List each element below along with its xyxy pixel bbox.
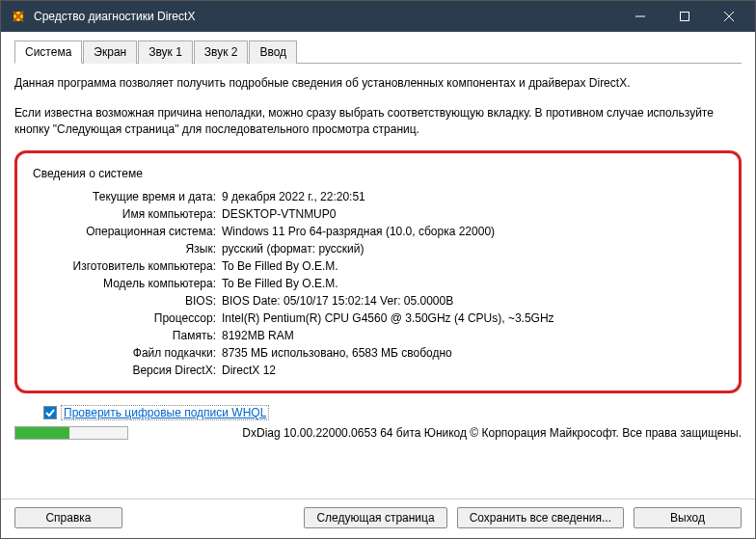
window-controls [618, 1, 751, 32]
row-bios: BIOS: BIOS Date: 05/10/17 15:02:14 Ver: … [33, 294, 723, 308]
maximize-button[interactable] [662, 1, 707, 32]
group-title: Сведения о системе [33, 167, 723, 180]
status-text: DxDiag 10.00.22000.0653 64 бита Юникод ©… [136, 426, 742, 440]
label-model: Модель компьютера: [33, 277, 222, 290]
label-lang: Язык: [33, 242, 222, 256]
row-manufacturer: Изготовитель компьютера: To Be Filled By… [33, 259, 723, 273]
value-datetime: 9 декабря 2022 г., 22:20:51 [222, 190, 723, 203]
minimize-button[interactable] [618, 1, 662, 32]
label-datetime: Текущие время и дата: [33, 190, 222, 203]
close-button[interactable] [707, 1, 751, 32]
label-ram: Память: [33, 329, 222, 342]
tab-system[interactable]: Система [14, 40, 82, 64]
dxdiag-icon [11, 9, 26, 24]
label-computer: Имя компьютера: [33, 207, 222, 221]
row-lang: Язык: русский (формат: русский) [33, 242, 723, 256]
label-os: Операционная система: [33, 225, 222, 238]
titlebar: Средство диагностики DirectX [1, 1, 755, 32]
tab-sound1[interactable]: Звук 1 [138, 40, 193, 64]
value-dx: DirectX 12 [222, 364, 723, 377]
dxdiag-window: Средство диагностики DirectX Система Экр… [0, 0, 756, 539]
row-pagefile: Файл подкачки: 8735 МБ использовано, 658… [33, 346, 723, 360]
progress-fill [15, 427, 69, 439]
help-button[interactable]: Справка [14, 507, 122, 528]
intro-text: Данная программа позволяет получить подр… [14, 75, 742, 150]
intro-p2: Если известна возможная причина неполадк… [14, 105, 742, 138]
label-bios: BIOS: [33, 294, 222, 308]
svg-rect-2 [681, 13, 689, 21]
value-os: Windows 11 Pro 64-разрядная (10.0, сборк… [222, 225, 723, 238]
save-all-button[interactable]: Сохранить все сведения... [457, 507, 624, 528]
tab-bar: Система Экран Звук 1 Звук 2 Ввод [14, 40, 742, 64]
row-ram: Память: 8192MB RAM [33, 329, 723, 342]
row-model: Модель компьютера: To Be Filled By O.E.M… [33, 277, 723, 290]
row-cpu: Процессор: Intel(R) Pentium(R) CPU G4560… [33, 311, 723, 325]
progress-bar [14, 426, 128, 440]
whql-checkbox[interactable] [43, 406, 57, 419]
value-manufacturer: To Be Filled By O.E.M. [222, 259, 723, 273]
row-dx: Версия DirectX: DirectX 12 [33, 364, 723, 377]
label-cpu: Процессор: [33, 311, 222, 325]
row-computer: Имя компьютера: DESKTOP-VTNMUP0 [33, 207, 723, 221]
whql-row: Проверить цифровые подписи WHQL [43, 405, 742, 420]
label-pagefile: Файл подкачки: [33, 346, 222, 360]
tab-input[interactable]: Ввод [249, 40, 297, 64]
system-info-group: Сведения о системе Текущие время и дата:… [14, 150, 742, 393]
value-ram: 8192MB RAM [222, 329, 723, 342]
content-area: Система Экран Звук 1 Звук 2 Ввод Данная … [1, 32, 755, 499]
footer-buttons: Справка Следующая страница Сохранить все… [1, 499, 755, 538]
value-computer: DESKTOP-VTNMUP0 [222, 207, 723, 221]
next-page-button[interactable]: Следующая страница [304, 507, 446, 528]
row-datetime: Текущие время и дата: 9 декабря 2022 г.,… [33, 190, 723, 203]
value-pagefile: 8735 МБ использовано, 6583 МБ свободно [222, 346, 723, 360]
whql-label[interactable]: Проверить цифровые подписи WHQL [61, 405, 269, 420]
row-os: Операционная система: Windows 11 Pro 64-… [33, 225, 723, 238]
window-title: Средство диагностики DirectX [34, 10, 618, 23]
exit-button[interactable]: Выход [634, 507, 742, 528]
status-row: DxDiag 10.00.22000.0653 64 бита Юникод ©… [14, 426, 742, 440]
value-model: To Be Filled By O.E.M. [222, 277, 723, 290]
label-dx: Версия DirectX: [33, 364, 222, 377]
tab-sound2[interactable]: Звук 2 [194, 40, 249, 64]
value-bios: BIOS Date: 05/10/17 15:02:14 Ver: 05.000… [222, 294, 723, 308]
intro-p1: Данная программа позволяет получить подр… [14, 75, 742, 92]
value-lang: русский (формат: русский) [222, 242, 723, 256]
tab-display[interactable]: Экран [83, 40, 137, 64]
value-cpu: Intel(R) Pentium(R) CPU G4560 @ 3.50GHz … [222, 311, 723, 325]
label-manufacturer: Изготовитель компьютера: [33, 259, 222, 273]
